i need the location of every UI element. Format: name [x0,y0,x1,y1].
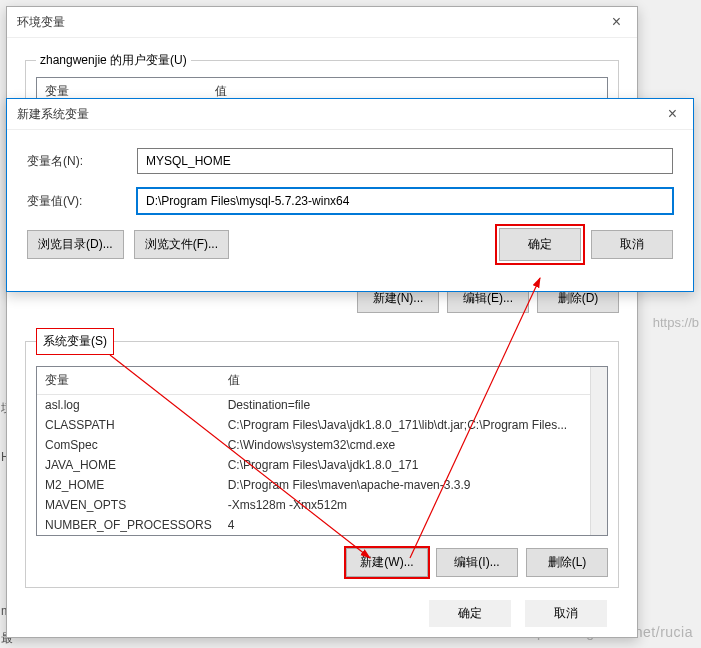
watermark-text-2: https://b [653,315,699,330]
sys-delete-button[interactable]: 删除(L) [526,548,608,577]
new-ok-button[interactable]: 确定 [499,228,581,261]
var-name-cell: NUMBER_OF_PROCESSORS [37,515,220,535]
new-cancel-button[interactable]: 取消 [591,230,673,259]
var-value-row: 变量值(V): [27,188,673,214]
sys-vars-button-row: 新建(W)... 编辑(I)... 删除(L) [36,548,608,577]
var-value-label: 变量值(V): [27,193,137,210]
var-name-cell: ComSpec [37,435,220,455]
system-vars-section: 系统变量(S) 变量 值 asl.logDestination=fileCLAS… [25,341,619,588]
system-vars-label: 系统变量(S) [36,328,114,355]
env-dialog-titlebar: 环境变量 × [7,7,637,38]
table-row[interactable]: ComSpecC:\Windows\system32\cmd.exe [37,435,590,455]
var-name-label: 变量名(N): [27,153,137,170]
new-dialog-titlebar: 新建系统变量 × [7,99,693,130]
close-icon[interactable]: × [662,105,683,123]
var-value-cell: 4 [220,515,590,535]
var-name-cell: MAVEN_OPTS [37,495,220,515]
browse-file-button[interactable]: 浏览文件(F)... [134,230,229,259]
table-row[interactable]: JAVA_HOMEC:\Program Files\Java\jdk1.8.0_… [37,455,590,475]
table-row[interactable]: asl.logDestination=file [37,395,590,416]
table-row[interactable]: M2_HOMED:\Program Files\maven\apache-mav… [37,475,590,495]
scrollbar[interactable] [590,367,607,535]
table-row[interactable]: CLASSPATHC:\Program Files\Java\jdk1.8.0_… [37,415,590,435]
var-value-cell: Destination=file [220,395,590,416]
var-value-cell: C:\Program Files\Java\jdk1.8.0_171\lib\d… [220,415,590,435]
sys-new-button[interactable]: 新建(W)... [346,548,428,577]
browse-dir-button[interactable]: 浏览目录(D)... [27,230,124,259]
sys-col-var[interactable]: 变量 [37,367,220,395]
var-name-cell: CLASSPATH [37,415,220,435]
env-ok-button[interactable]: 确定 [429,600,511,627]
new-dialog-button-row: 浏览目录(D)... 浏览文件(F)... 确定 取消 [27,228,673,261]
close-icon[interactable]: × [606,13,627,31]
var-name-cell: JAVA_HOME [37,455,220,475]
user-vars-label: zhangwenjie 的用户变量(U) [36,52,191,69]
new-system-var-dialog: 新建系统变量 × 变量名(N): 变量值(V): 浏览目录(D)... 浏览文件… [6,98,694,292]
env-dialog-title: 环境变量 [17,14,65,31]
sys-edit-button[interactable]: 编辑(I)... [436,548,518,577]
var-value-cell: D:\Program Files\maven\apache-maven-3.3.… [220,475,590,495]
var-value-cell: -Xms128m -Xmx512m [220,495,590,515]
table-row[interactable]: NUMBER_OF_PROCESSORS4 [37,515,590,535]
var-value-input[interactable] [137,188,673,214]
var-value-cell: C:\Program Files\Java\jdk1.8.0_171 [220,455,590,475]
new-dialog-title: 新建系统变量 [17,106,89,123]
user-vars-table[interactable]: 变量 值 [36,77,608,99]
env-dialog-button-row: 确定 取消 [429,600,607,627]
var-name-row: 变量名(N): [27,148,673,174]
system-vars-table[interactable]: 变量 值 asl.logDestination=fileCLASSPATHC:\… [36,366,608,536]
sys-col-val[interactable]: 值 [220,367,590,395]
var-name-input[interactable] [137,148,673,174]
table-row[interactable]: MAVEN_OPTS -Xms128m -Xmx512m [37,495,590,515]
var-value-cell: C:\Windows\system32\cmd.exe [220,435,590,455]
env-cancel-button[interactable]: 取消 [525,600,607,627]
var-name-cell: asl.log [37,395,220,416]
user-vars-section: zhangwenjie 的用户变量(U) 变量 值 [25,60,619,100]
var-name-cell: M2_HOME [37,475,220,495]
